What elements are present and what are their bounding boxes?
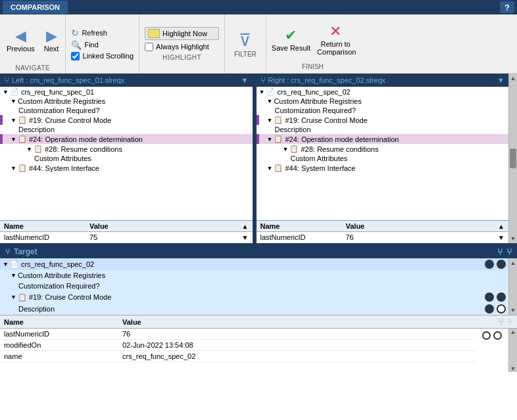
- tree-row: ▼ Custom Attribute Registries: [257, 97, 509, 106]
- tree-row: ▼ 📋 #24: Operation mode determination: [0, 134, 253, 144]
- scrollbar-thumb: [510, 149, 516, 168]
- left-prop-row: lastNumericID 75 ▼: [0, 232, 253, 243]
- always-highlight-input[interactable]: [145, 43, 153, 51]
- target-label: Target: [14, 247, 37, 256]
- left-prop-up[interactable]: ▲: [242, 223, 249, 230]
- right-prop-value-header: Value: [346, 222, 499, 230]
- tree-row: Custom Attributes: [0, 154, 253, 163]
- target-tree-row: Customization Required?: [0, 281, 508, 291]
- left-pane-header: ⑂ Left : crs_req_func_spec_01.slreqx ▼: [0, 74, 253, 87]
- filter-icon[interactable]: ⊽: [239, 30, 251, 51]
- target-fork-icon2: ⑂: [497, 246, 503, 257]
- target-prop-fork-icon2: ⑂: [508, 317, 513, 327]
- always-highlight-label: Always Highlight: [156, 43, 209, 51]
- target-prop-row: modifiedOn 02-Jun-2022 13:54:08: [0, 340, 476, 351]
- highlight-now-icon: [148, 29, 160, 38]
- find-label: Find: [84, 41, 98, 49]
- next-label: Next: [44, 45, 59, 53]
- target-scrollbar-v[interactable]: ▲ ▼: [508, 258, 517, 315]
- previous-label: Previous: [7, 45, 35, 53]
- previous-icon: ◀: [15, 28, 26, 45]
- right-prop-down[interactable]: ▼: [498, 234, 505, 241]
- radio-row4-1[interactable]: [485, 304, 494, 314]
- tree-row: ▼ 📄 crs_req_func_spec_01: [0, 87, 253, 97]
- target-prop-radios-1: [482, 329, 502, 343]
- tree-row: ▼ 📋 #19: Cruise Control Mode: [257, 115, 509, 125]
- target-tree-row: ▼ 📋 #19: Cruise Control Mode: [0, 291, 508, 303]
- right-pane-header: ⑂ Right : crs_req_func_spec_02.slreqx ▼: [257, 74, 509, 87]
- save-result-button[interactable]: ✔ Save Result: [272, 27, 310, 52]
- find-icon: 🔍: [71, 40, 82, 50]
- left-fork-icon: ⑂: [4, 75, 9, 85]
- save-result-icon: ✔: [285, 27, 297, 44]
- left-prop-down[interactable]: ▼: [242, 234, 249, 241]
- right-prop-name-header: Name: [260, 222, 346, 230]
- refresh-label: Refresh: [82, 29, 107, 37]
- tree-row: ▼ 📋 #28: Resume conditions: [0, 144, 253, 154]
- left-pane-title: Left : crs_req_func_spec_01.slreqx: [12, 76, 124, 84]
- tree-row: ▼ 📋 #28: Resume conditions: [257, 144, 509, 154]
- return-icon: ✕: [330, 23, 341, 40]
- linked-scrolling-input[interactable]: [71, 52, 80, 60]
- right-pane-dropdown[interactable]: ▼: [497, 76, 505, 84]
- target-tree-row: ▼ Custom Attribute Registries: [0, 270, 508, 281]
- tree-row: Description: [0, 125, 253, 134]
- highlight-now-button[interactable]: Highlight Now: [145, 27, 219, 40]
- next-button[interactable]: ▶ Next: [40, 25, 63, 55]
- tree-row: Customization Required?: [0, 106, 253, 115]
- find-button[interactable]: 🔍 Find: [71, 40, 134, 50]
- tree-row: Custom Attributes: [257, 154, 509, 163]
- target-prop-value-col: Value: [122, 318, 499, 326]
- radio-row4-2[interactable]: [497, 304, 506, 314]
- left-prop-name-header: Name: [4, 222, 89, 230]
- right-scrollbar[interactable]: ▲ ▼: [508, 74, 517, 243]
- help-button[interactable]: ?: [500, 1, 514, 13]
- target-prop-row: name crs_req_func_spec_02: [0, 351, 476, 362]
- refresh-button[interactable]: ↻ Refresh: [71, 28, 134, 38]
- target-props-scrollbar[interactable]: ▲ ▼: [508, 329, 517, 372]
- target-tree-row: Description: [0, 303, 508, 315]
- left-prop-value-header: Value: [89, 222, 242, 230]
- tree-row: ▼ 📋 #44: System Interface: [257, 163, 509, 173]
- highlight-now-label: Highlight Now: [162, 30, 207, 37]
- target-fork-icon3: ⑂: [506, 246, 512, 257]
- target-tree-row: ▼ 📄 crs_req_func_spec_02: [0, 258, 508, 270]
- next-icon: ▶: [46, 28, 57, 45]
- radio-filled2[interactable]: [497, 260, 506, 269]
- tree-row: ▼ 📋 #24: Operation mode determination: [257, 134, 509, 144]
- always-highlight-checkbox[interactable]: Always Highlight: [145, 43, 219, 51]
- tree-row: ▼ 📄 crs_req_func_spec_02: [257, 87, 509, 97]
- linked-scrolling-label: Linked Scrolling: [82, 52, 134, 60]
- radio-row3-2[interactable]: [497, 292, 506, 302]
- right-pane-title: Right : crs_req_func_spec_02.slreqx: [268, 76, 386, 84]
- previous-button[interactable]: ◀ Previous: [3, 25, 39, 55]
- target-prop-fork-icon: ⑂: [499, 317, 504, 327]
- return-label: Return to Comparison: [317, 40, 354, 56]
- target-fork-icon: ⑂: [5, 247, 10, 256]
- left-pane-dropdown[interactable]: ▼: [241, 76, 249, 84]
- target-prop-row: lastNumericID 76: [0, 329, 476, 340]
- save-result-label: Save Result: [272, 44, 310, 52]
- tree-row: ▼ Custom Attribute Registries: [0, 97, 253, 106]
- radio-row3-1[interactable]: [485, 292, 494, 302]
- linked-scrolling-checkbox[interactable]: Linked Scrolling: [71, 52, 134, 60]
- right-prop-up[interactable]: ▲: [498, 223, 505, 230]
- target-prop-name-col: Name: [4, 318, 122, 326]
- navigate-label: NAVIGATE: [15, 64, 50, 72]
- tab-label: COMPARISON: [11, 3, 60, 11]
- comparison-tab[interactable]: COMPARISON: [3, 1, 68, 14]
- tree-row: ▼ 📋 #44: System Interface: [0, 163, 253, 173]
- target-prop-header: Name Value ⑂ ⑂: [0, 315, 517, 329]
- return-to-comparison-button[interactable]: ✕ Return to Comparison: [317, 23, 354, 56]
- tree-row: ▼ 📋 #19: Cruise Control Mode: [0, 115, 253, 125]
- target-header: ⑂ Target ⑂ ⑂: [0, 245, 517, 258]
- tree-row: Description: [257, 125, 509, 134]
- tree-row: Customization Required?: [257, 106, 509, 115]
- radio-filled[interactable]: [485, 260, 494, 269]
- right-fork-icon: ⑂: [260, 75, 266, 85]
- filter-label: FILTER: [234, 51, 257, 58]
- highlight-label: HIGHLIGHT: [145, 54, 219, 61]
- refresh-icon: ↻: [71, 28, 79, 38]
- right-prop-row: lastNumericID 76 ▼: [257, 232, 509, 243]
- finish-label: FINISH: [272, 63, 354, 70]
